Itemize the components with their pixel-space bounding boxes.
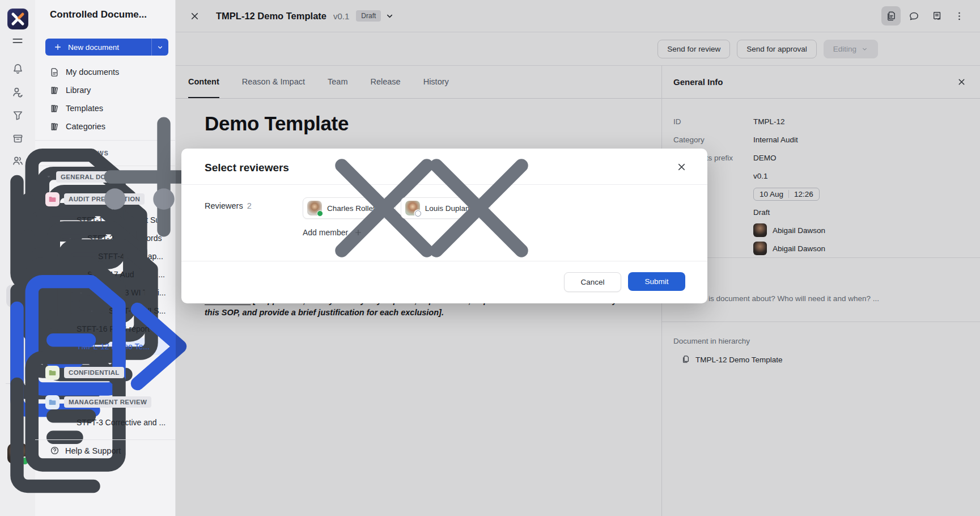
folder-row[interactable]: MANAGEMENT REVIEW [45,395,168,409]
folder-menu-button[interactable] [159,194,168,204]
nav-item-label: My documents [66,67,119,77]
new-document-dropdown[interactable] [152,39,168,56]
chevron-right-icon[interactable] [155,342,163,350]
select-reviewers-modal: Select reviewers Reviewers2 Charles Roll… [181,149,707,303]
plus-icon [354,229,362,236]
folder-row[interactable]: AUDIT PREPARATION [45,192,168,206]
reviewer-chip: Louis Duplan [401,197,490,219]
user-switch-icon [12,86,24,98]
chevron-down-icon [156,44,164,51]
folder-label-pill: CONFIDENTIAL [64,367,124,378]
modal-title: Select reviewers [205,162,289,174]
remove-reviewer-icon[interactable] [475,204,483,212]
sidebar-divider [35,439,175,440]
reviewers-label-text: Reviewers [205,201,243,210]
avatar [405,201,420,215]
funnel-icon [12,109,24,121]
help-support-link[interactable]: Help & Support [50,446,121,455]
reviewer-chips: Charles RolletLouis Duplan [303,197,490,219]
add-member-label: Add member [303,228,348,237]
rail-item-bell[interactable] [6,57,29,80]
caret-down-icon [45,174,52,180]
tree-item-label: STFT-3 Corrective and ... [77,418,166,427]
rail-item-funnel[interactable] [6,104,29,126]
folder-icon [45,366,60,380]
bell-icon [12,63,24,75]
avatar [307,201,322,215]
folder-icon [45,192,60,206]
document-icon [63,418,73,427]
help-circle-icon [50,446,60,455]
document-icon [50,67,60,77]
folder-icon [48,398,57,407]
hamburger-menu-icon[interactable] [10,34,26,48]
sidebar: Controlled Docume... New document My doc… [35,0,176,516]
cancel-button[interactable]: Cancel [564,272,621,292]
folder-label-pill: MANAGEMENT REVIEW [64,396,151,408]
presence-dot [415,210,421,217]
reviewer-chip: Charles Rollet [303,197,396,219]
library-icon [50,122,60,132]
folder-icon [45,395,60,409]
folder-icon [48,195,57,204]
rail-item-user-switch[interactable] [6,81,29,103]
folder-icon [48,369,57,377]
close-modal-icon[interactable] [676,162,687,172]
sidebar-item-my-documents[interactable]: My documents [35,63,175,81]
presence-dot [317,210,323,217]
remove-reviewer-icon[interactable] [380,204,388,212]
reviewers-count: 2 [247,201,252,210]
submit-button[interactable]: Submit [628,272,685,291]
library-icon [50,86,60,95]
library-icon [50,104,60,113]
new-document-main[interactable]: New document [45,39,151,56]
workspace-title: Controlled Docume... [50,9,147,20]
app-logo [7,9,28,29]
folder-row[interactable]: CONFIDENTIAL [45,365,168,380]
plus-icon [54,43,62,51]
new-document-label: New document [68,43,119,52]
app-window: Controlled Docume... New document My doc… [0,0,980,516]
modal-divider [181,261,707,261]
new-document-button[interactable]: New document [45,39,168,56]
add-member-button[interactable]: Add member [303,228,362,237]
reviewers-label: Reviewers2 [205,201,252,210]
help-support-label: Help & Support [65,446,121,455]
